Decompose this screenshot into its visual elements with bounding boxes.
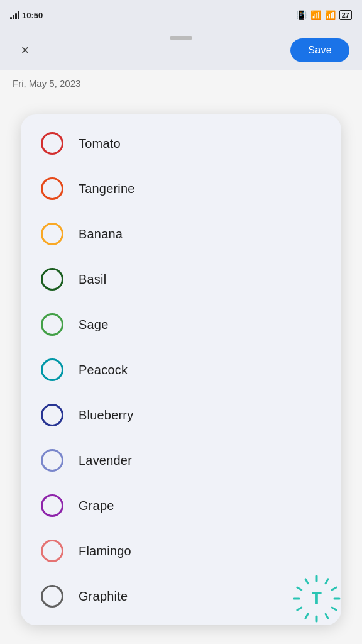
color-label-basil: Basil bbox=[79, 272, 106, 287]
svg-text:T: T bbox=[312, 589, 322, 608]
color-label-graphite: Graphite bbox=[79, 589, 128, 604]
color-item-banana[interactable]: Banana bbox=[21, 211, 341, 257]
color-label-tangerine: Tangerine bbox=[79, 182, 135, 196]
watermark: T bbox=[289, 571, 344, 626]
spinner-ring-icon: T bbox=[289, 571, 344, 626]
color-circle-sage bbox=[41, 313, 63, 336]
color-item-tangerine[interactable]: Tangerine bbox=[21, 166, 341, 211]
color-picker-sheet: TomatoTangerineBananaBasilSagePeacockBlu… bbox=[21, 114, 341, 625]
color-label-grape: Grape bbox=[79, 499, 114, 513]
color-circle-grape bbox=[41, 494, 63, 517]
svg-line-5 bbox=[326, 614, 328, 618]
svg-line-2 bbox=[332, 587, 336, 590]
status-bar: 10:50 📳 📶 📶 27 bbox=[0, 0, 362, 30]
color-circle-flamingo bbox=[41, 540, 63, 562]
signal-icon bbox=[10, 11, 19, 19]
color-circle-tangerine bbox=[41, 177, 63, 200]
calendar-date: Fri, May 5, 2023 bbox=[0, 70, 362, 96]
color-label-blueberry: Blueberry bbox=[79, 408, 133, 423]
color-circle-lavender bbox=[41, 449, 63, 472]
color-item-basil[interactable]: Basil bbox=[21, 257, 341, 302]
color-label-banana: Banana bbox=[79, 227, 123, 242]
color-circle-peacock bbox=[41, 358, 63, 381]
svg-line-8 bbox=[297, 608, 302, 610]
status-time: 10:50 bbox=[22, 11, 43, 20]
battery-icon: 27 bbox=[339, 10, 352, 20]
color-circle-blueberry bbox=[41, 404, 63, 426]
svg-line-11 bbox=[305, 579, 308, 584]
svg-line-1 bbox=[326, 579, 328, 584]
color-label-tomato: Tomato bbox=[79, 136, 121, 151]
color-label-sage: Sage bbox=[79, 318, 109, 332]
color-circle-banana bbox=[41, 223, 63, 245]
vibrate-icon: 📳 bbox=[296, 10, 307, 20]
color-label-lavender: Lavender bbox=[79, 453, 132, 468]
color-item-sage[interactable]: Sage bbox=[21, 302, 341, 347]
color-circle-basil bbox=[41, 268, 63, 291]
wifi-icon: 📶 bbox=[325, 10, 336, 20]
color-item-grape[interactable]: Grape bbox=[21, 483, 341, 528]
color-item-peacock[interactable]: Peacock bbox=[21, 347, 341, 392]
color-label-peacock: Peacock bbox=[79, 363, 128, 377]
color-item-tomato[interactable]: Tomato bbox=[21, 121, 341, 166]
pull-indicator bbox=[170, 36, 192, 40]
svg-line-7 bbox=[305, 614, 308, 618]
color-circle-graphite bbox=[41, 585, 63, 608]
save-button[interactable]: Save bbox=[290, 38, 349, 62]
color-item-blueberry[interactable]: Blueberry bbox=[21, 392, 341, 438]
svg-line-4 bbox=[332, 608, 336, 610]
color-label-flamingo: Flamingo bbox=[79, 544, 131, 558]
status-left: 10:50 bbox=[10, 11, 43, 20]
close-button[interactable]: × bbox=[13, 38, 38, 63]
svg-line-10 bbox=[297, 587, 302, 590]
color-item-flamingo[interactable]: Flamingo bbox=[21, 528, 341, 574]
call-icon: 📶 bbox=[310, 10, 321, 20]
color-circle-tomato bbox=[41, 132, 63, 155]
status-right: 📳 📶 📶 27 bbox=[296, 10, 352, 20]
color-item-lavender[interactable]: Lavender bbox=[21, 438, 341, 483]
